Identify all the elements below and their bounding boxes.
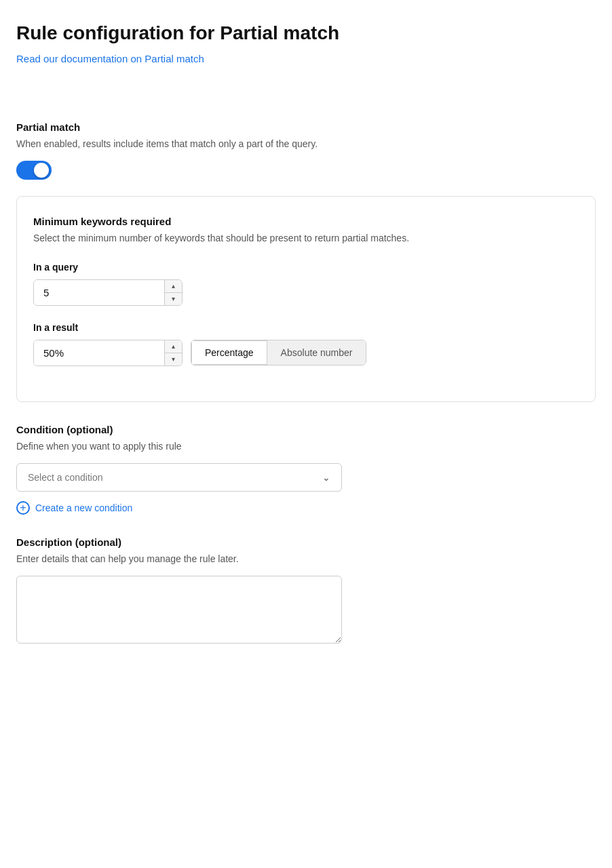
create-condition-label: Create a new condition — [35, 502, 132, 513]
chevron-down-icon: ⌄ — [322, 472, 330, 483]
query-increment-button[interactable]: ▴ — [165, 280, 182, 293]
condition-section: Condition (optional) Define when you wan… — [16, 424, 596, 515]
description-section-label: Description (optional) — [16, 536, 596, 548]
query-spinner-wrapper: 5 ▴ ▾ — [33, 279, 579, 306]
partial-match-description: When enabled, results include items that… — [16, 137, 596, 151]
result-spinner-buttons: ▴ ▾ — [164, 340, 182, 366]
result-label: In a result — [33, 322, 579, 333]
min-keywords-card: Minimum keywords required Select the min… — [16, 196, 596, 402]
query-label: In a query — [33, 262, 579, 273]
result-field-group: In a result 50% ▴ ▾ Percentage Absolute … — [33, 322, 579, 366]
partial-match-toggle[interactable] — [16, 161, 52, 180]
card-description: Select the minimum number of keywords th… — [33, 231, 579, 245]
query-field-group: In a query 5 ▴ ▾ — [33, 262, 579, 306]
card-title: Minimum keywords required — [33, 216, 579, 227]
percentage-button[interactable]: Percentage — [191, 340, 267, 365]
description-section-description: Enter details that can help you manage t… — [16, 552, 596, 566]
condition-section-label: Condition (optional) — [16, 424, 596, 435]
partial-match-section: Partial match When enabled, results incl… — [16, 121, 596, 180]
query-spinner-input: 5 ▴ ▾ — [33, 279, 183, 306]
partial-match-toggle-container — [16, 161, 596, 180]
condition-section-description: Define when you want to apply this rule — [16, 439, 596, 454]
create-condition-link[interactable]: + Create a new condition — [16, 501, 596, 515]
condition-select-placeholder: Select a condition — [28, 472, 103, 483]
page-title: Rule configuration for Partial match — [16, 22, 596, 45]
query-input[interactable]: 5 — [34, 280, 164, 305]
query-decrement-button[interactable]: ▾ — [165, 293, 182, 305]
result-row: 50% ▴ ▾ Percentage Absolute number — [33, 340, 579, 366]
doc-link[interactable]: Read our documentation on Partial match — [16, 53, 204, 64]
toggle-slider — [16, 161, 52, 180]
result-input[interactable]: 50% — [34, 340, 164, 366]
result-type-toggle: Percentage Absolute number — [191, 340, 366, 366]
description-section: Description (optional) Enter details tha… — [16, 536, 596, 646]
plus-circle-icon: + — [16, 501, 30, 515]
result-decrement-button[interactable]: ▾ — [165, 353, 182, 366]
result-spinner-input: 50% ▴ ▾ — [33, 340, 183, 366]
condition-select-dropdown[interactable]: Select a condition ⌄ — [16, 463, 342, 492]
result-increment-button[interactable]: ▴ — [165, 340, 182, 353]
description-textarea[interactable] — [16, 576, 342, 644]
partial-match-label: Partial match — [16, 121, 596, 133]
absolute-number-button[interactable]: Absolute number — [267, 340, 366, 365]
query-spinner-buttons: ▴ ▾ — [164, 280, 182, 305]
